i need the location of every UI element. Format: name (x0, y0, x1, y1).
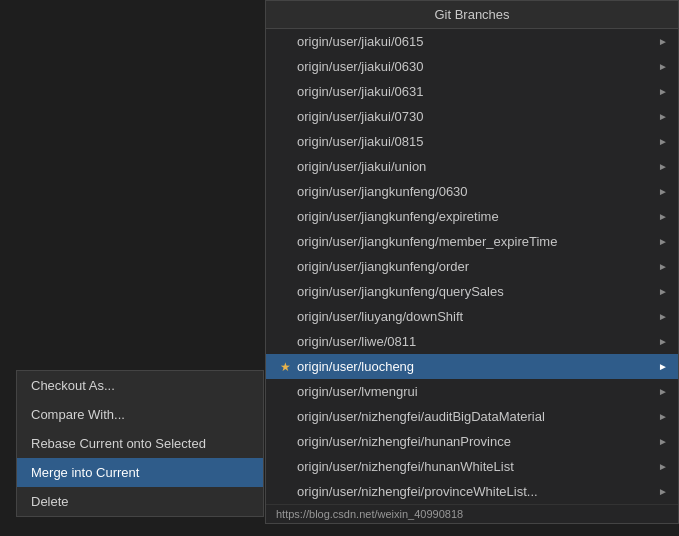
branch-item-b8[interactable]: ★ origin/user/jiangkunfeng/expiretime ► (266, 204, 678, 229)
star-icon: ★ (280, 360, 291, 374)
git-branches-panel: Git Branches ★ origin/user/jiakui/0615 ►… (265, 0, 679, 524)
branch-item-b15[interactable]: ★ origin/user/lvmengrui ► (266, 379, 678, 404)
context-menu-item-delete[interactable]: Delete (17, 487, 263, 516)
chevron-right-icon: ► (658, 461, 668, 472)
branch-item-b18[interactable]: ★ origin/user/nizhengfei/hunanWhiteList … (266, 454, 678, 479)
context-menu-items: Checkout As...Compare With...Rebase Curr… (17, 371, 263, 516)
branch-name: origin/user/jiangkunfeng/order (297, 259, 654, 274)
branch-name: origin/user/nizhengfei/hunanProvince (297, 434, 654, 449)
branch-name: origin/user/jiangkunfeng/querySales (297, 284, 654, 299)
branches-list: ★ origin/user/jiakui/0615 ► ★ origin/use… (266, 29, 678, 504)
chevron-right-icon: ► (658, 336, 668, 347)
context-menu-item-checkout[interactable]: Checkout As... (17, 371, 263, 400)
context-menu-item-compare[interactable]: Compare With... (17, 400, 263, 429)
chevron-right-icon: ► (658, 136, 668, 147)
chevron-right-icon: ► (658, 361, 668, 372)
branch-item-b2[interactable]: ★ origin/user/jiakui/0630 ► (266, 54, 678, 79)
branch-item-b12[interactable]: ★ origin/user/liuyang/downShift ► (266, 304, 678, 329)
context-menu-item-merge[interactable]: Merge into Current (17, 458, 263, 487)
chevron-right-icon: ► (658, 161, 668, 172)
branch-name: origin/user/nizhengfei/hunanWhiteList (297, 459, 654, 474)
branch-name: origin/user/jiakui/0631 (297, 84, 654, 99)
branch-item-b14[interactable]: ★ origin/user/luocheng ► (266, 354, 678, 379)
branch-item-b7[interactable]: ★ origin/user/jiangkunfeng/0630 ► (266, 179, 678, 204)
branch-item-b5[interactable]: ★ origin/user/jiakui/0815 ► (266, 129, 678, 154)
chevron-right-icon: ► (658, 386, 668, 397)
branch-name: origin/user/jiangkunfeng/expiretime (297, 209, 654, 224)
chevron-right-icon: ► (658, 236, 668, 247)
branch-item-b16[interactable]: ★ origin/user/nizhengfei/auditBigDataMat… (266, 404, 678, 429)
branch-item-b10[interactable]: ★ origin/user/jiangkunfeng/order ► (266, 254, 678, 279)
branch-name: origin/user/nizhengfei/provinceWhiteList… (297, 484, 654, 499)
branch-item-b9[interactable]: ★ origin/user/jiangkunfeng/member_expire… (266, 229, 678, 254)
branch-name: origin/user/jiakui/0630 (297, 59, 654, 74)
chevron-right-icon: ► (658, 86, 668, 97)
branch-name: origin/user/luocheng (297, 359, 654, 374)
branch-name: origin/user/jiakui/union (297, 159, 654, 174)
chevron-right-icon: ► (658, 61, 668, 72)
git-branches-title: Git Branches (266, 1, 678, 29)
branch-name: origin/user/liwe/0811 (297, 334, 654, 349)
branch-item-b6[interactable]: ★ origin/user/jiakui/union ► (266, 154, 678, 179)
branch-item-b13[interactable]: ★ origin/user/liwe/0811 ► (266, 329, 678, 354)
chevron-right-icon: ► (658, 486, 668, 497)
branch-name: origin/user/lvmengrui (297, 384, 654, 399)
branch-item-b4[interactable]: ★ origin/user/jiakui/0730 ► (266, 104, 678, 129)
branch-item-b3[interactable]: ★ origin/user/jiakui/0631 ► (266, 79, 678, 104)
chevron-right-icon: ► (658, 111, 668, 122)
chevron-right-icon: ► (658, 436, 668, 447)
branch-name: origin/user/jiakui/0730 (297, 109, 654, 124)
chevron-right-icon: ► (658, 286, 668, 297)
chevron-right-icon: ► (658, 311, 668, 322)
context-menu-left: Checkout As...Compare With...Rebase Curr… (16, 370, 264, 517)
branch-name: origin/user/jiangkunfeng/0630 (297, 184, 654, 199)
chevron-right-icon: ► (658, 261, 668, 272)
branch-item-b17[interactable]: ★ origin/user/nizhengfei/hunanProvince ► (266, 429, 678, 454)
chevron-right-icon: ► (658, 211, 668, 222)
branch-item-b1[interactable]: ★ origin/user/jiakui/0615 ► (266, 29, 678, 54)
branch-name: origin/user/jiakui/0815 (297, 134, 654, 149)
branch-item-b11[interactable]: ★ origin/user/jiangkunfeng/querySales ► (266, 279, 678, 304)
chevron-right-icon: ► (658, 411, 668, 422)
context-menu-item-rebase[interactable]: Rebase Current onto Selected (17, 429, 263, 458)
chevron-right-icon: ► (658, 186, 668, 197)
chevron-right-icon: ► (658, 36, 668, 47)
branch-name: origin/user/jiangkunfeng/member_expireTi… (297, 234, 654, 249)
branch-name: origin/user/nizhengfei/auditBigDataMater… (297, 409, 654, 424)
tooltip-bar: https://blog.csdn.net/weixin_40990818 (266, 504, 678, 523)
branch-item-b19[interactable]: ★ origin/user/nizhengfei/provinceWhiteLi… (266, 479, 678, 504)
branch-name: origin/user/jiakui/0615 (297, 34, 654, 49)
branch-name: origin/user/liuyang/downShift (297, 309, 654, 324)
